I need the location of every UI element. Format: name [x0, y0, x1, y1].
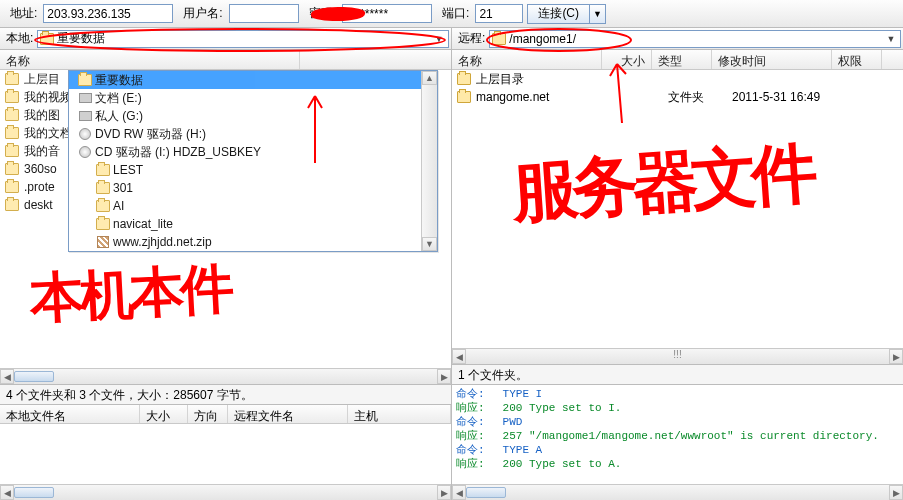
folder-icon — [95, 199, 111, 213]
list-item[interactable]: 上层目录 — [452, 70, 903, 88]
queue-header: 本地文件名 大小 方向 远程文件名 主机 — [0, 404, 451, 424]
dropdown-item[interactable]: LEST — [69, 161, 437, 179]
folder-icon — [492, 33, 506, 45]
local-hscroll[interactable]: ◀ ▶ — [0, 368, 451, 384]
local-col-name[interactable]: 名称 — [0, 50, 300, 69]
address-label: 地址: — [4, 5, 39, 22]
annotation-username-redacted — [311, 7, 365, 21]
list-item[interactable]: mangome.net文件夹2011-5-31 16:49 — [452, 88, 903, 106]
folder-icon — [4, 108, 20, 122]
remote-path-text: /mangome1/ — [509, 32, 576, 46]
folder-icon — [4, 72, 20, 86]
remote-file-header: 名称 大小 类型 修改时间 权限 — [452, 50, 903, 70]
log-line: 响应: 200 Type set to I. — [456, 401, 899, 415]
disc-icon — [77, 127, 93, 141]
connection-toolbar: 地址: 用户名: 密码: 端口: 连接(C) ▼ — [0, 0, 903, 28]
dropdown-scrollbar[interactable]: ▲ ▼ — [421, 71, 437, 251]
folder-icon — [4, 90, 20, 104]
dropdown-item[interactable]: 私人 (G:) — [69, 107, 437, 125]
folder-icon — [95, 217, 111, 231]
dropdown-item[interactable]: 重要数据 — [69, 71, 437, 89]
scroll-left-icon[interactable]: ◀ — [0, 369, 14, 384]
queue-col-dir[interactable]: 方向 — [188, 405, 228, 423]
log-line: 响应: 257 "/mangome1/mangome.net/wwwroot" … — [456, 429, 899, 443]
log-line: 命令: PWD — [456, 415, 899, 429]
scroll-up-icon[interactable]: ▲ — [422, 71, 437, 85]
chevron-down-icon[interactable]: ▼ — [432, 34, 446, 44]
log-line: 命令: TYPE I — [456, 387, 899, 401]
remote-col-mod[interactable]: 修改时间 — [712, 50, 832, 69]
ftp-log[interactable]: 命令: TYPE I响应: 200 Type set to I.命令: PWD响… — [452, 384, 903, 484]
folder-icon — [4, 180, 20, 194]
connect-button[interactable]: 连接(C) — [527, 4, 590, 24]
port-input[interactable] — [475, 4, 523, 23]
remote-statusbar: 1 个文件夹。 — [452, 364, 903, 384]
remote-col-perm[interactable]: 权限 — [832, 50, 882, 69]
scroll-right-icon[interactable]: ▶ — [437, 485, 451, 500]
chevron-down-icon[interactable]: ▼ — [884, 34, 898, 44]
remote-path-combo[interactable]: /mangome1/ ▼ — [489, 30, 901, 48]
scroll-right-icon[interactable]: ▶ — [889, 485, 903, 500]
remote-pane: 远程: /mangome1/ ▼ 名称 大小 类型 修改时间 权限 上层目录ma… — [452, 28, 903, 500]
drive-icon — [77, 91, 93, 105]
dropdown-item[interactable]: 文档 (E:) — [69, 89, 437, 107]
dropdown-item[interactable]: CD 驱动器 (I:) HDZB_USBKEY — [69, 143, 437, 161]
folder-icon — [4, 126, 20, 140]
log-line: 命令: TYPE A — [456, 443, 899, 457]
queue-col-remotename[interactable]: 远程文件名 — [228, 405, 348, 423]
scroll-left-icon[interactable]: ◀ — [452, 485, 466, 500]
local-path-combo[interactable]: 重要数据 ▼ — [37, 30, 449, 48]
scroll-right-icon[interactable]: ▶ — [889, 349, 903, 364]
local-label: 本地: — [2, 30, 37, 47]
local-path-text: 重要数据 — [57, 30, 105, 47]
remote-col-size: 大小 — [602, 50, 652, 69]
log-hscroll[interactable]: ◀ ▶ — [452, 484, 903, 500]
address-input[interactable] — [43, 4, 173, 23]
queue-col-size[interactable]: 大小 — [140, 405, 188, 423]
scroll-thumb[interactable] — [14, 371, 54, 382]
connect-button-group: 连接(C) ▼ — [527, 4, 606, 24]
dropdown-item[interactable]: AI — [69, 197, 437, 215]
folder-icon — [456, 90, 472, 104]
local-file-list[interactable]: 上层目我的视频我的图我的文档我的音360so.protedeskt 重要数据文档… — [0, 70, 451, 368]
connect-dropdown-arrow[interactable]: ▼ — [590, 4, 606, 24]
folder-icon — [95, 181, 111, 195]
remote-file-list[interactable]: 上层目录mangome.net文件夹2011-5-31 16:49 — [452, 70, 903, 348]
scroll-left-icon[interactable]: ◀ — [452, 349, 466, 364]
folder-icon — [4, 144, 20, 158]
disc-icon — [77, 145, 93, 159]
folder-icon — [95, 163, 111, 177]
zip-icon — [95, 235, 111, 249]
queue-body-left[interactable] — [0, 424, 451, 484]
scroll-thumb[interactable] — [466, 487, 506, 498]
folder-icon — [456, 72, 472, 86]
local-pane: 本地: 重要数据 ▼ 名称 上层目我的视频我的图我的文档我的音360so.pro… — [0, 28, 452, 500]
username-label: 用户名: — [177, 5, 224, 22]
scroll-right-icon[interactable]: ▶ — [437, 369, 451, 384]
remote-label: 远程: — [454, 30, 489, 47]
scroll-mark: !!! — [673, 349, 681, 360]
drive-icon — [77, 109, 93, 123]
dropdown-item[interactable]: DVD RW 驱动器 (H:) — [69, 125, 437, 143]
local-file-header: 名称 — [0, 50, 451, 70]
local-path-dropdown[interactable]: 重要数据文档 (E:)私人 (G:)DVD RW 驱动器 (H:)CD 驱动器 … — [68, 70, 438, 252]
scroll-thumb[interactable] — [14, 487, 54, 498]
dropdown-item[interactable]: navicat_lite — [69, 215, 437, 233]
scroll-left-icon[interactable]: ◀ — [0, 485, 14, 500]
queue-hscroll-left[interactable]: ◀ ▶ — [0, 484, 451, 500]
folder-icon — [4, 162, 20, 176]
log-line: 响应: 200 Type set to A. — [456, 457, 899, 471]
local-statusbar: 4 个文件夹和 3 个文件，大小：285607 字节。 — [0, 384, 451, 404]
port-label: 端口: — [436, 5, 471, 22]
remote-col-type[interactable]: 类型 — [652, 50, 712, 69]
remote-col-name[interactable]: 名称 — [452, 50, 602, 69]
dropdown-item[interactable]: 301 — [69, 179, 437, 197]
dropdown-item[interactable]: www.zjhjdd.net.zip — [69, 233, 437, 251]
scroll-down-icon[interactable]: ▼ — [422, 237, 437, 251]
remote-hscroll[interactable]: ◀ !!! ▶ — [452, 348, 903, 364]
queue-col-host[interactable]: 主机 — [348, 405, 451, 423]
folder-icon — [40, 33, 54, 45]
queue-col-localname[interactable]: 本地文件名 — [0, 405, 140, 423]
folder-icon — [4, 198, 20, 212]
username-input[interactable] — [229, 4, 299, 23]
